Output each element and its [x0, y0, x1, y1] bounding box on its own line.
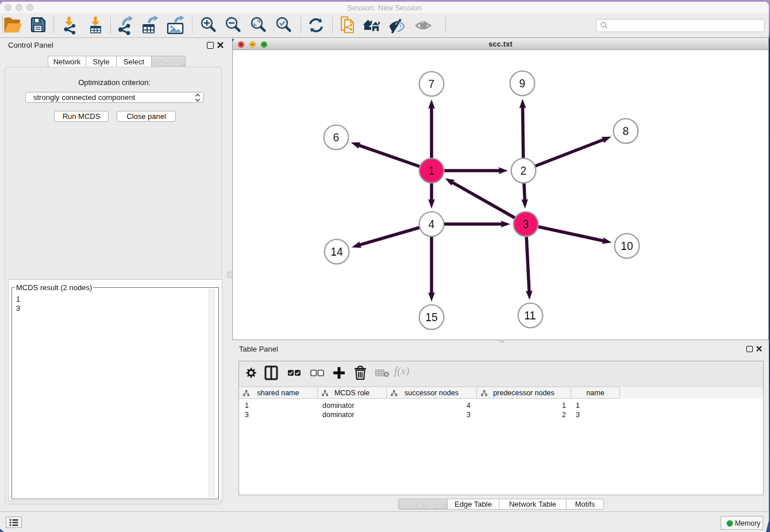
- svg-text:7: 7: [429, 78, 435, 90]
- svg-text:9: 9: [519, 78, 526, 90]
- svg-text:11: 11: [524, 310, 536, 322]
- svg-text:2: 2: [521, 165, 527, 177]
- svg-text:14: 14: [330, 246, 343, 258]
- svg-text:3: 3: [523, 218, 529, 230]
- svg-text:8: 8: [623, 125, 629, 137]
- svg-text:10: 10: [621, 240, 633, 252]
- svg-text:15: 15: [425, 311, 437, 323]
- svg-text:6: 6: [333, 132, 340, 144]
- svg-text:1: 1: [429, 165, 435, 177]
- svg-text:4: 4: [429, 218, 435, 230]
